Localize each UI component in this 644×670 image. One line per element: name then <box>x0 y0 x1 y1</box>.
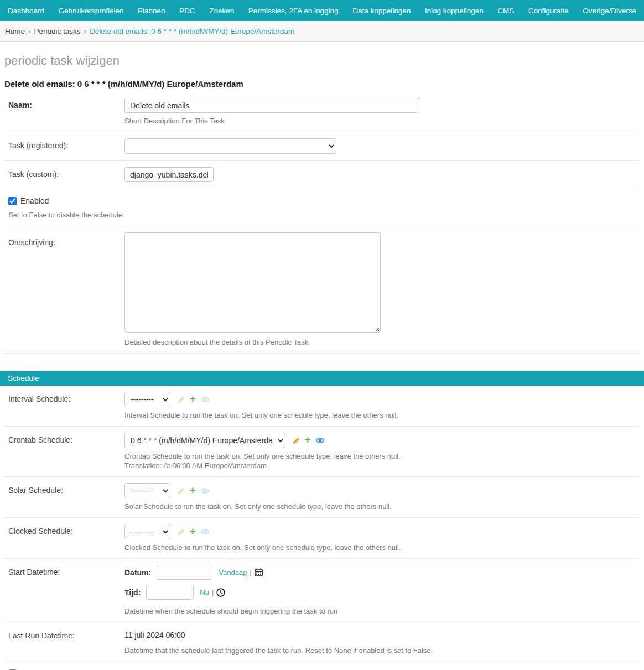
clocked-schedule-help: Clocked Schedule to run the task on. Set… <box>124 543 636 552</box>
crontab-schedule-translation: Translation: At 06:00 AM Europe/Amsterda… <box>124 461 636 470</box>
breadcrumb-separator: › <box>84 27 87 35</box>
start-datetime-help: Datetime when the schedule should begin … <box>124 607 636 615</box>
naam-label: Naam: <box>8 98 124 125</box>
pipe-separator: | <box>250 568 251 576</box>
nav-item-inlog-koppelingen[interactable]: Inlog koppelingen <box>425 7 484 15</box>
add-icon[interactable]: + <box>305 435 311 445</box>
clocked-schedule-label: Clocked Schedule: <box>8 524 124 552</box>
datum-input[interactable] <box>157 565 212 580</box>
add-icon[interactable]: + <box>190 394 196 404</box>
solar-schedule-select[interactable]: --------- <box>124 483 170 498</box>
naam-input[interactable] <box>124 98 419 113</box>
nav-item-overige-diverse[interactable]: Overige/Diverse <box>583 7 636 15</box>
naam-help: Short Description For This Task <box>124 117 636 125</box>
nav-item-dashboard[interactable]: Dashboard <box>8 7 44 15</box>
interval-schedule-label: Interval Schedule: <box>8 392 124 419</box>
field-row-task-registered: Task (registered): <box>4 132 640 161</box>
tijd-input[interactable] <box>146 585 194 600</box>
nav-item-permissies-2fa-en-logging[interactable]: Permissies, 2FA en logging <box>248 7 339 15</box>
omschrijving-help: Detailed description about the details o… <box>124 338 636 346</box>
datum-label: Datum: <box>124 568 151 577</box>
calendar-icon[interactable] <box>255 568 263 576</box>
top-nav: DashboardGebruikersprofielenPlannenPDCZo… <box>0 0 644 21</box>
field-row-clocked-schedule: Clocked Schedule: --------- + Clocked Sc… <box>4 518 640 559</box>
eye-icon[interactable] <box>201 397 209 402</box>
enabled-checkbox[interactable] <box>8 197 17 205</box>
breadcrumb-home[interactable]: Home <box>5 27 25 35</box>
tijd-label: Tijd: <box>124 588 141 597</box>
solar-schedule-label: Solar Schedule: <box>8 483 124 511</box>
main-content: periodic task wijzigen Delete old emails… <box>0 54 644 670</box>
schedule-section-header: Schedule <box>0 371 644 386</box>
last-run-datetime-help: Datetime that the schedule last triggere… <box>124 646 636 655</box>
edit-pencil-icon[interactable] <box>178 528 185 536</box>
interval-schedule-help: Interval Schedule to run the task on. Se… <box>124 411 636 419</box>
field-row-enabled: Enabled Set to False to disable the sche… <box>4 189 640 226</box>
nav-item-gebruikersprofielen[interactable]: Gebruikersprofielen <box>59 7 124 15</box>
task-custom-label: Task (custom): <box>8 167 124 182</box>
crontab-schedule-help: Crontab Schedule to run the task on. Set… <box>124 452 636 460</box>
nav-item-cms[interactable]: CMS <box>497 7 514 15</box>
breadcrumb-separator: › <box>28 27 31 35</box>
eye-icon[interactable] <box>201 488 209 494</box>
omschrijving-textarea[interactable] <box>124 232 381 333</box>
field-row-one-off-task: One-off Task If True, the schedule will … <box>4 662 640 670</box>
nav-item-plannen[interactable]: Plannen <box>138 7 165 15</box>
interval-schedule-select[interactable]: --------- <box>124 392 170 407</box>
field-row-interval-schedule: Interval Schedule: --------- + Interval … <box>4 386 640 427</box>
object-title: Delete old emails: 0 6 * * * (m/h/dM/MY/… <box>4 79 640 89</box>
breadcrumb: Home › Periodic tasks › Delete old email… <box>0 21 644 42</box>
nav-item-data-koppelingen[interactable]: Data koppelingen <box>352 7 411 15</box>
field-row-omschrijving: Omschrijving: Detailed description about… <box>4 226 640 354</box>
field-row-crontab-schedule: Crontab Schedule: 0 6 * * * (m/h/dM/MY/d… <box>4 427 640 477</box>
last-run-datetime-label: Last Run Datetime: <box>8 629 124 655</box>
breadcrumb-current: Delete old emails: 0 6 * * * (m/h/dM/MY/… <box>90 27 294 35</box>
solar-schedule-help: Solar Schedule to run the task on. Set o… <box>124 502 636 511</box>
clocked-schedule-select[interactable]: --------- <box>124 524 170 539</box>
pipe-separator: | <box>212 588 214 596</box>
crontab-schedule-label: Crontab Schedule: <box>8 433 124 470</box>
field-row-naam: Naam: Short Description For This Task <box>4 92 640 132</box>
nav-item-zoeken[interactable]: Zoeken <box>209 7 234 15</box>
crontab-schedule-select[interactable]: 0 6 * * * (m/h/dM/MY/d) Europe/Amsterdam <box>124 433 285 448</box>
task-custom-input[interactable] <box>124 167 214 182</box>
add-icon[interactable]: + <box>190 526 196 536</box>
enabled-label: Enabled <box>20 196 49 205</box>
field-row-solar-schedule: Solar Schedule: --------- + Solar Schedu… <box>4 477 640 518</box>
last-run-datetime-value: 11 juli 2024 06:00 <box>124 629 636 640</box>
enabled-help: Set to False to disable the schedule <box>8 211 636 219</box>
eye-icon[interactable] <box>316 438 324 443</box>
field-row-start-datetime: Start Datetime: Datum: Vandaag | Tijd: N… <box>4 559 640 622</box>
breadcrumb-periodic-tasks[interactable]: Periodic tasks <box>34 27 81 35</box>
page-title: periodic task wijzigen <box>4 54 640 68</box>
omschrijving-label: Omschrijving: <box>8 232 124 346</box>
field-row-task-custom: Task (custom): <box>4 161 640 189</box>
clock-icon[interactable] <box>216 588 225 597</box>
task-registered-select[interactable] <box>124 138 336 154</box>
field-row-last-run-datetime: Last Run Datetime: 11 juli 2024 06:00 Da… <box>4 622 640 662</box>
nav-item-pdc[interactable]: PDC <box>179 7 195 15</box>
task-registered-label: Task (registered): <box>8 138 124 154</box>
edit-pencil-icon[interactable] <box>178 487 185 495</box>
edit-pencil-icon[interactable] <box>178 396 185 403</box>
nu-link[interactable]: Nu <box>200 588 209 596</box>
eye-icon[interactable] <box>201 529 209 534</box>
vandaag-link[interactable]: Vandaag <box>219 568 247 576</box>
add-icon[interactable]: + <box>190 485 196 495</box>
nav-item-configuratie[interactable]: Configuratie <box>528 7 569 15</box>
start-datetime-label: Start Datetime: <box>8 565 124 615</box>
edit-pencil-icon[interactable] <box>293 437 300 444</box>
